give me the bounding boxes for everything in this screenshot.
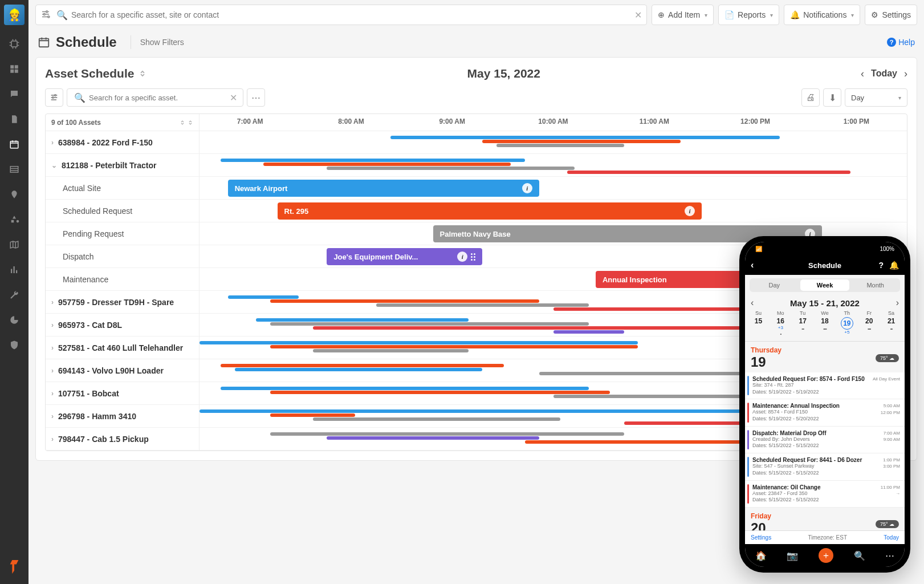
segment-month[interactable]: Month xyxy=(850,278,900,292)
gantt-bar[interactable] xyxy=(235,368,482,371)
chart-icon[interactable] xyxy=(8,263,21,276)
cpu-icon[interactable] xyxy=(8,38,21,50)
info-icon[interactable]: i xyxy=(522,183,532,193)
gantt-bar[interactable] xyxy=(270,345,638,348)
info-icon[interactable]: i xyxy=(685,206,695,216)
gantt-bar[interactable] xyxy=(270,322,588,326)
segment-day[interactable]: Day xyxy=(750,278,799,292)
chat-icon[interactable] xyxy=(8,88,21,100)
gantt-bar[interactable] xyxy=(567,171,850,174)
day-column[interactable]: Sa21•• xyxy=(880,310,902,336)
avatar[interactable]: 👷 xyxy=(4,5,25,25)
gantt-bar[interactable] xyxy=(313,326,808,330)
document-icon[interactable] xyxy=(8,113,21,125)
bell-icon[interactable]: 🔔 xyxy=(889,261,899,270)
phone-event-row[interactable]: Maintenance: Annual InspectionAsset: 857… xyxy=(745,399,905,426)
view-dropdown[interactable]: Day▾ xyxy=(845,88,907,107)
reports-button[interactable]: 📄Reports▾ xyxy=(718,5,779,25)
next-arrow-icon[interactable]: › xyxy=(904,68,907,80)
day-column[interactable]: Su15 xyxy=(747,310,770,336)
settings-button[interactable]: ⚙Settings xyxy=(865,5,917,25)
phone-settings-link[interactable]: Settings xyxy=(751,534,771,541)
gantt-asset-row[interactable]: ›798447 - Cab 1.5 Pickup xyxy=(46,428,199,451)
gantt-asset-row[interactable]: ›527581 - Cat 460 Lull Telehandler xyxy=(46,336,199,359)
gantt-subrow[interactable]: Pending Request xyxy=(46,222,199,245)
day-column[interactable]: Fr20••• xyxy=(858,310,880,336)
gantt-asset-row[interactable]: ›957759 - Dresser TD9H - Spare xyxy=(46,291,199,314)
sort-icon[interactable] xyxy=(139,68,146,79)
info-icon[interactable]: i xyxy=(457,252,467,262)
gantt-bar[interactable] xyxy=(221,387,588,390)
gantt-bar[interactable] xyxy=(553,330,624,334)
camera-icon[interactable]: 📷 xyxy=(787,550,798,561)
phone-event-row[interactable]: Dispatch: Material Drop OffCreated By: J… xyxy=(745,427,905,453)
help-link[interactable]: ?Help xyxy=(887,38,915,47)
print-icon[interactable]: 🖨 xyxy=(801,88,820,107)
day-column[interactable]: Mo16+3• xyxy=(770,310,792,336)
shield-icon[interactable] xyxy=(8,339,21,351)
sliders-icon[interactable] xyxy=(40,9,52,21)
add-item-button[interactable]: ⊕Add Item▾ xyxy=(652,5,714,25)
phone-event-row[interactable]: Maintenance: Oil ChangeAsset: 23847 - Fo… xyxy=(745,481,905,508)
gantt-subrow[interactable]: Maintenance xyxy=(46,268,199,291)
gantt-bar[interactable] xyxy=(376,303,588,307)
gantt-bar[interactable] xyxy=(390,136,780,139)
gantt-subrow[interactable]: Dispatch xyxy=(46,245,199,268)
day-column[interactable]: Tu17•• xyxy=(792,310,814,336)
gantt-bar[interactable] xyxy=(256,318,468,322)
gantt-subrow[interactable]: Actual Site xyxy=(46,177,199,200)
gantt-block[interactable]: Newark Airporti xyxy=(228,180,539,197)
sliders-icon[interactable] xyxy=(45,88,63,107)
phone-event-row[interactable]: Scheduled Request For: 8441 - D6 DozerSi… xyxy=(745,453,905,480)
gantt-bar[interactable] xyxy=(482,140,680,143)
drag-handle-icon[interactable] xyxy=(471,253,475,261)
gantt-bar[interactable] xyxy=(313,349,469,352)
gantt-bar[interactable] xyxy=(270,432,624,436)
gantt-asset-row[interactable]: ›694143 - Volvo L90H Loader xyxy=(46,359,199,382)
clear-icon[interactable]: ✕ xyxy=(227,92,239,103)
clear-icon[interactable]: ✕ xyxy=(634,10,642,21)
pie-chart-icon[interactable] xyxy=(8,314,21,326)
location-icon[interactable] xyxy=(8,188,21,201)
day-column[interactable]: Th19+5 xyxy=(836,310,858,336)
gantt-bar[interactable] xyxy=(327,167,574,170)
home-icon[interactable]: 🏠 xyxy=(755,550,767,561)
map-icon[interactable] xyxy=(8,238,21,251)
gantt-bar[interactable] xyxy=(496,144,624,147)
list-icon[interactable] xyxy=(8,163,21,176)
segment-week[interactable]: Week xyxy=(800,279,850,291)
gantt-asset-row[interactable]: ›107751 - Bobcat xyxy=(46,382,199,405)
more-icon[interactable]: ⋯ xyxy=(885,550,894,561)
gantt-subrow[interactable]: Scheduled Request xyxy=(46,200,199,222)
more-menu-button[interactable]: ⋯ xyxy=(247,88,265,107)
gantt-bar[interactable] xyxy=(313,417,560,421)
notifications-button[interactable]: 🔔Notifications▾ xyxy=(784,5,860,25)
gantt-bar[interactable] xyxy=(200,341,638,344)
download-icon[interactable]: ⬇ xyxy=(823,88,841,107)
next-arrow-icon[interactable]: › xyxy=(896,298,899,308)
prev-arrow-icon[interactable]: ‹ xyxy=(751,298,754,308)
gantt-asset-row[interactable]: ›965973 - Cat D8L xyxy=(46,314,199,336)
view-segment-control[interactable]: DayWeekMonth xyxy=(750,278,900,292)
gantt-bar[interactable] xyxy=(200,409,751,413)
gantt-bar[interactable] xyxy=(221,159,525,162)
today-button[interactable]: Today xyxy=(871,68,897,79)
calendar-icon[interactable] xyxy=(8,138,21,151)
gantt-bar[interactable] xyxy=(270,391,610,394)
gantt-bar[interactable] xyxy=(228,295,299,299)
show-filters-link[interactable]: Show Filters xyxy=(140,38,184,47)
phone-event-list[interactable]: Thursday19 75° ☁ Scheduled Request For: … xyxy=(745,342,905,530)
add-button[interactable]: ＋ xyxy=(819,548,833,563)
gantt-bar[interactable] xyxy=(270,299,539,303)
gantt-bar[interactable] xyxy=(263,163,511,166)
prev-arrow-icon[interactable]: ‹ xyxy=(861,68,864,80)
gantt-bar[interactable] xyxy=(327,436,539,440)
dashboard-icon[interactable] xyxy=(8,63,21,75)
phone-today-link[interactable]: Today xyxy=(884,534,899,541)
gantt-asset-row[interactable]: ›296798 - Hamm 3410 xyxy=(46,405,199,428)
phone-event-row[interactable]: Scheduled Request For: 8574 - Ford F150S… xyxy=(745,372,905,399)
global-search-input[interactable] xyxy=(71,10,634,19)
help-icon[interactable]: ? xyxy=(878,261,884,270)
gantt-asset-row[interactable]: ⌄812188 - Peterbilt Tractor xyxy=(46,154,199,177)
gantt-asset-row[interactable]: ›638984 - 2022 Ford F-150 xyxy=(46,131,199,154)
